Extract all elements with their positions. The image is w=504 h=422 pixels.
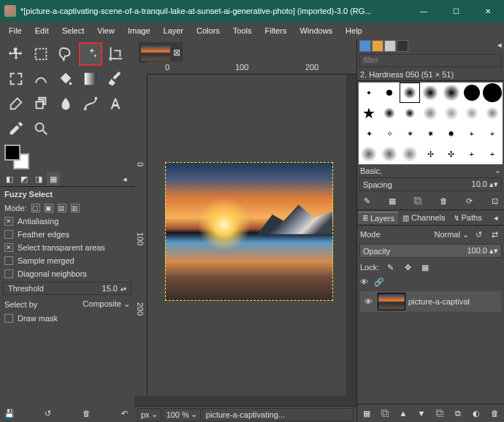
foreground-color[interactable] xyxy=(4,145,20,161)
rtab-4[interactable] xyxy=(397,40,408,52)
menu-view[interactable]: View xyxy=(91,25,121,37)
edit-icon[interactable]: ✎ xyxy=(360,194,373,207)
tool-eraser[interactable] xyxy=(4,92,28,115)
maximize-button[interactable]: ☐ xyxy=(440,0,472,22)
mask-icon[interactable]: ◐ xyxy=(470,407,483,420)
threshold-slider[interactable]: Threshold 15.0 ▴▾ xyxy=(3,282,131,295)
tool-crop[interactable] xyxy=(104,42,127,66)
lock-position-icon[interactable]: ✥ xyxy=(401,261,414,274)
refresh-icon[interactable]: ⟳ xyxy=(462,194,476,207)
tool-color-picker[interactable] xyxy=(4,117,28,140)
opt-tab-menu[interactable]: ◂ xyxy=(118,172,131,185)
tool-path[interactable] xyxy=(79,92,102,115)
brush-preset-select[interactable]: Basic, ⌄ xyxy=(357,164,504,177)
menu-image[interactable]: Image xyxy=(122,25,156,37)
image-tab[interactable]: ⊠ xyxy=(139,42,183,63)
color-swatches[interactable] xyxy=(4,145,34,169)
duplicate-layer-icon[interactable]: ⿻ xyxy=(433,407,446,420)
mode-subtract[interactable]: ▤ xyxy=(58,204,66,212)
tool-clone[interactable] xyxy=(29,92,53,115)
opt-drawmask[interactable]: Draw mask xyxy=(0,312,134,325)
opt-tab-3[interactable]: ◨ xyxy=(32,172,45,185)
select-by-row[interactable]: Select by Composite ⌄ xyxy=(0,296,134,312)
spacing-slider[interactable]: Spacing 10.0 ▴▾ xyxy=(359,177,502,191)
rtab-2[interactable] xyxy=(372,40,383,52)
rtab-menu-icon[interactable]: ◂ xyxy=(497,40,502,52)
reset-icon[interactable]: ↶ xyxy=(118,407,131,420)
mode-reset-icon[interactable]: ↺ xyxy=(472,228,485,241)
merge-icon[interactable]: ⧉ xyxy=(451,407,465,420)
lock-alpha-icon[interactable]: ▦ xyxy=(419,261,432,274)
tool-zoom[interactable] xyxy=(29,117,53,140)
new-layer-icon[interactable]: ▦ xyxy=(360,407,373,420)
mode-add[interactable]: ▣ xyxy=(45,204,53,212)
tool-warp[interactable] xyxy=(29,67,53,91)
menu-filters[interactable]: Filters xyxy=(259,25,293,37)
rtab-1[interactable] xyxy=(359,40,371,52)
opt-tab-4[interactable]: ▦ xyxy=(47,172,60,185)
canvas-image[interactable] xyxy=(165,162,333,301)
vertical-scrollbar[interactable] xyxy=(346,74,356,396)
brush-filter-input[interactable]: filter xyxy=(359,54,502,67)
unit-select[interactable]: px ⌄ xyxy=(137,408,161,421)
layer-visibility-icon[interactable]: 👁 xyxy=(362,297,375,306)
chevron-updown-icon[interactable]: ▴▾ xyxy=(121,285,126,292)
tool-smudge[interactable] xyxy=(54,92,77,115)
mode-switch-icon[interactable]: ⇄ xyxy=(488,228,501,241)
horizontal-scrollbar[interactable] xyxy=(134,396,356,406)
up-icon[interactable]: ▲ xyxy=(397,407,410,420)
delete-icon[interactable]: 🗑 xyxy=(80,407,93,420)
layer-row[interactable]: 👁 picture-a-captivat xyxy=(360,291,501,312)
menu-colors[interactable]: Colors xyxy=(191,25,226,37)
close-button[interactable]: ✕ xyxy=(472,0,504,22)
open-icon[interactable]: ⊡ xyxy=(488,194,501,207)
tab-channels[interactable]: ▥Channels xyxy=(399,212,448,223)
revert-icon[interactable]: ↺ xyxy=(42,407,55,420)
menu-edit[interactable]: Edit xyxy=(29,25,55,37)
dock-menu-icon[interactable]: ◂ xyxy=(489,211,503,224)
duplicate-icon[interactable]: ⿻ xyxy=(411,194,424,207)
menu-select[interactable]: Select xyxy=(56,25,91,37)
opt-sample[interactable]: Sample merged xyxy=(0,254,134,267)
opt-antialias[interactable]: ✕Antialiasing xyxy=(0,215,134,228)
rtab-3[interactable] xyxy=(384,40,396,52)
minimize-button[interactable]: — xyxy=(408,0,440,22)
delete-layer-icon[interactable]: 🗑 xyxy=(488,407,501,420)
save-icon[interactable]: 💾 xyxy=(3,407,16,420)
menu-help[interactable]: Help xyxy=(340,25,368,37)
tool-move[interactable] xyxy=(4,42,28,66)
lock-pixels-icon[interactable]: ✎ xyxy=(383,261,397,274)
opt-tab-2[interactable]: ◩ xyxy=(18,172,31,185)
tool-text[interactable] xyxy=(104,92,127,115)
tool-bucket[interactable] xyxy=(54,67,77,91)
menu-layer[interactable]: Layer xyxy=(158,25,190,37)
canvas[interactable] xyxy=(148,74,346,396)
tool-fuzzy-select[interactable] xyxy=(79,42,102,66)
opt-diagonal[interactable]: Diagonal neighbors xyxy=(0,267,134,280)
blend-mode-row[interactable]: Mode Normal ⌄ ↺ ⇄ xyxy=(357,226,504,243)
menu-file[interactable]: File xyxy=(3,25,28,37)
tool-rect-select[interactable] xyxy=(29,42,53,66)
opt-feather[interactable]: Feather edges xyxy=(0,228,134,241)
new-group-icon[interactable]: ⿻ xyxy=(378,407,392,420)
opt-tab-1[interactable]: ◧ xyxy=(3,172,16,185)
delete-icon[interactable]: 🗑 xyxy=(437,194,450,207)
opt-transparent[interactable]: ✕Select transparent areas xyxy=(0,241,134,254)
new-icon[interactable]: ▦ xyxy=(386,194,399,207)
zoom-select[interactable]: 100 % ⌄ xyxy=(163,408,201,421)
tab-layers[interactable]: ≣Layers xyxy=(359,212,398,224)
tab-close-icon[interactable]: ⊠ xyxy=(173,47,180,58)
brush-grid[interactable]: ★ ✦ ✧ ✶ ✷ ✸ + + ✢ ✣ + + xyxy=(359,83,503,164)
tool-transform[interactable] xyxy=(4,67,28,91)
tool-gradient[interactable] xyxy=(79,67,102,91)
tool-free-select[interactable] xyxy=(54,42,77,66)
menu-tools[interactable]: Tools xyxy=(227,25,258,37)
mode-intersect[interactable]: ▥ xyxy=(71,204,80,212)
mode-replace[interactable]: ▢ xyxy=(31,204,40,212)
tab-paths[interactable]: ↯Paths xyxy=(450,212,486,223)
tool-paintbrush[interactable] xyxy=(104,67,127,91)
opacity-slider[interactable]: Opacity 100.0 ▴▾ xyxy=(359,244,502,258)
menu-windows[interactable]: Windows xyxy=(294,25,338,37)
layer-name[interactable]: picture-a-captivat xyxy=(408,297,470,306)
down-icon[interactable]: ▼ xyxy=(415,407,428,420)
